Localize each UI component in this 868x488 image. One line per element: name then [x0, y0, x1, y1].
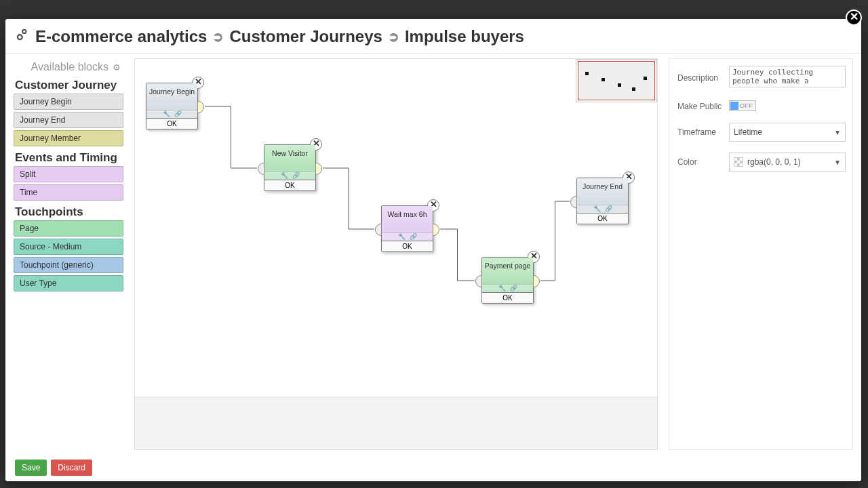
block-item[interactable]: Source - Medium	[14, 239, 123, 255]
sidebar-group-title: Events and Timing	[14, 148, 123, 166]
breadcrumb-journeys[interactable]: Customer Journeys	[229, 27, 382, 46]
wrench-icon[interactable]: 🔧	[593, 205, 601, 213]
node-port-out[interactable]	[315, 163, 322, 175]
node-port-out[interactable]	[197, 101, 204, 113]
link-icon[interactable]: 🔗	[605, 205, 612, 213]
available-blocks-sidebar: Available blocks ⚙ Customer JourneyJourn…	[14, 58, 123, 450]
node-status: OK	[482, 293, 533, 303]
wrench-icon[interactable]: 🔧	[498, 285, 506, 292]
blocks-settings-icon[interactable]: ⚙	[113, 62, 121, 73]
minimap-node-dot	[644, 77, 647, 80]
wrench-icon[interactable]: 🔧	[163, 110, 170, 118]
breadcrumb-current: Impulse buyers	[405, 27, 524, 46]
minimap-node-dot	[618, 83, 621, 87]
link-icon[interactable]: 🔗	[174, 110, 182, 118]
journey-canvas[interactable]: ✕Journey Begin🔧🔗OK✕New Visitor🔧🔗OK✕Wait …	[134, 58, 658, 450]
canvas-node[interactable]: ✕Payment page🔧🔗OK	[481, 257, 534, 304]
footer-actions: Save Discard	[5, 454, 861, 481]
block-item[interactable]: Journey End	[14, 112, 123, 128]
canvas-footer	[135, 396, 657, 449]
node-port-in[interactable]	[475, 275, 482, 287]
timeframe-select[interactable]: Lifetime ▼	[729, 123, 846, 142]
link-icon[interactable]: 🔗	[292, 172, 300, 180]
journey-editor-modal: ✕ E-commerce analytics ➲ Customer Journe…	[5, 19, 861, 481]
node-port-in[interactable]	[375, 224, 382, 236]
block-item[interactable]: Touchpoint (generic)	[14, 257, 123, 273]
link-icon[interactable]: 🔗	[410, 233, 417, 241]
node-status: OK	[577, 214, 628, 224]
block-item[interactable]: Journey Member	[14, 130, 123, 146]
node-label: Journey End	[577, 182, 628, 190]
color-select[interactable]: rgba(0, 0, 0, 1) ▼	[729, 152, 846, 171]
description-input[interactable]	[729, 66, 846, 87]
make-public-toggle[interactable]: OFF	[729, 100, 756, 111]
wrench-icon[interactable]: 🔧	[281, 172, 288, 180]
color-swatch	[734, 157, 743, 167]
gears-icon	[15, 27, 30, 46]
canvas-node[interactable]: ✕Journey End🔧🔗OK	[576, 178, 629, 224]
block-item[interactable]: Journey Begin	[14, 94, 123, 110]
canvas-node[interactable]: ✕Wait max 6h🔧🔗OK	[381, 205, 433, 252]
minimap-node-dot	[601, 78, 605, 81]
minimap-node-dot	[632, 87, 635, 91]
breadcrumb: E-commerce analytics ➲ Customer Journeys…	[5, 19, 861, 54]
node-label: New Visitor	[264, 149, 315, 157]
caret-down-icon: ▼	[834, 159, 841, 166]
canvas-node[interactable]: ✕Journey Begin🔧🔗OK	[146, 83, 198, 129]
properties-panel: Description Make Public OFF Timeframe	[669, 58, 853, 450]
color-label: Color	[677, 157, 724, 167]
node-port-out[interactable]	[433, 224, 439, 236]
minimap[interactable]	[576, 59, 657, 102]
canvas-node[interactable]: ✕New Visitor🔧🔗OK	[264, 144, 316, 191]
discard-button[interactable]: Discard	[51, 460, 92, 476]
node-label: Wait max 6h	[382, 210, 433, 218]
save-button[interactable]: Save	[15, 460, 47, 476]
sidebar-group-title: Touchpoints	[14, 203, 123, 220]
node-port-in[interactable]	[258, 163, 264, 175]
sidebar-title: Available blocks	[31, 61, 108, 73]
wrench-icon[interactable]: 🔧	[398, 233, 406, 241]
block-item[interactable]: Split	[14, 166, 123, 182]
block-item[interactable]: User Type	[14, 275, 123, 291]
node-port-out[interactable]	[533, 275, 540, 287]
node-status: OK	[264, 180, 315, 190]
node-status: OK	[146, 119, 197, 129]
node-status: OK	[382, 241, 433, 251]
make-public-label: Make Public	[677, 102, 724, 111]
app-title: E-commerce analytics	[35, 27, 207, 46]
node-port-in[interactable]	[570, 196, 577, 208]
caret-down-icon: ▼	[834, 129, 841, 136]
modal-close-button[interactable]: ✕	[846, 9, 862, 26]
timeframe-label: Timeframe	[677, 127, 724, 137]
node-label: Payment page	[482, 262, 533, 270]
link-icon[interactable]: 🔗	[510, 285, 517, 292]
description-label: Description	[677, 73, 724, 83]
block-item[interactable]: Page	[14, 220, 123, 237]
minimap-node-dot	[585, 72, 589, 75]
chevron-right-icon: ➲	[212, 28, 224, 45]
node-label: Journey Begin	[146, 87, 197, 96]
chevron-right-icon: ➲	[388, 28, 399, 45]
block-item[interactable]: Time	[14, 184, 123, 201]
sidebar-group-title: Customer Journey	[14, 76, 123, 94]
